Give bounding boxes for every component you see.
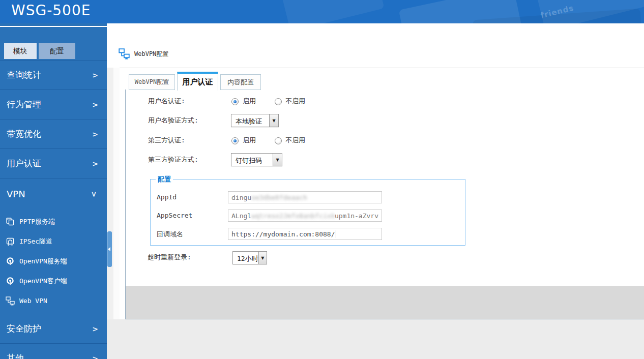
username-method-label: 用户名验证方式: [148,116,198,125]
sidebar-item-other[interactable]: 其他 > [0,343,107,359]
sidebar-item-behavior[interactable]: 行为管理 > [0,89,107,119]
appsecret-redacted-text: wqtreso2Jmfo8anbfcixkLznzbi [251,212,335,220]
config-fieldset-legend: 配置 [156,175,173,184]
appsecret-label: AppSecret [157,212,192,219]
submenu-item-label: OpenVPN客户端 [19,277,67,286]
chevron-right-icon: > [92,160,98,168]
third-method-select[interactable]: 钉钉扫码 ▼ [231,153,282,166]
sidebar-item-openvpn-server[interactable]: OpenVPN服务端 [0,251,107,271]
chevron-right-icon: > [92,325,98,333]
pptp-icon [5,217,15,226]
third-auth-label: 第三方认证: [148,136,185,144]
enable-option-label[interactable]: 启用 [243,97,256,105]
sidebar-item-label: 带宽优化 [7,128,41,140]
sidebar-item-query-stats[interactable]: 查询统计 > [0,60,107,89]
sidebar-collapse-handle[interactable] [107,231,112,267]
sidebar-item-pptp-server[interactable]: PPTP服务端 [0,212,107,231]
sidebar-item-label: 行为管理 [7,99,41,110]
sidebar-item-bandwidth[interactable]: 带宽优化 > [0,119,107,148]
third-auth-enable-radio[interactable] [231,137,239,144]
sidebar-item-openvpn-client[interactable]: OpenVPN客户端 [0,271,107,291]
appsecret-visible-prefix: ALngl [231,212,251,220]
appsecret-visible-suffix: upm1n-aZvrv [335,212,378,220]
username-method-select[interactable]: 本地验证 ▼ [231,114,279,127]
webvpn-icon [5,296,15,306]
sidebar-item-web-vpn[interactable]: Web VPN [0,291,107,311]
sidebar-vpn-submenu: PPTP服务端 IPSec隧道 [0,210,107,314]
config-fieldset: 配置 AppId dinguoe3dbe0fdeaach AppSecret A… [150,179,465,246]
sidebar-tab-modules[interactable]: 模块 [4,43,37,59]
chevron-right-icon: > [92,101,98,109]
sidebar-item-label: VPN [7,189,25,199]
callback-value-text: https://mydomain.com:8088/ [231,230,335,238]
breadcrumb-label: WebVPN配置 [134,50,168,58]
sidebar-tab-config[interactable]: 配置 [39,43,75,59]
appsecret-input[interactable]: ALnglwqtreso2Jmfo8anbfcixkLznzbiupm1n-aZ… [228,210,382,222]
tab-user-auth[interactable]: 用户认证 [177,72,218,91]
username-auth-label: 用户名认证: [148,97,185,105]
sidebar-item-vpn[interactable]: VPN > [0,178,107,210]
content-top-strip [107,23,644,68]
sidebar-item-label: 用户认证 [7,158,41,169]
tab-webvpn-config[interactable]: WebVPN配置 [129,74,175,90]
sidebar-item-ipsec-tunnel[interactable]: IPSec隧道 [0,231,107,251]
page-bottom-background [107,319,644,359]
select-value: 本地验证 [231,114,269,127]
submenu-item-label: PPTP服务端 [19,217,55,226]
third-method-label: 第三方验证方式: [148,156,198,164]
sidebar-divider [0,26,107,27]
username-auth-disable-radio[interactable] [275,98,282,105]
content-gutter-strip [113,68,120,319]
chevron-down-icon: > [90,191,98,197]
panel-left-border [125,89,126,319]
ipsec-icon [5,237,15,246]
submenu-item-label: Web VPN [19,297,47,305]
submenu-item-label: OpenVPN服务端 [19,257,67,266]
enable-option-label[interactable]: 启用 [243,136,256,144]
dropdown-arrow-icon[interactable]: ▼ [258,252,267,264]
sidebar-item-security[interactable]: 安全防护 > [0,314,107,343]
sidebar-item-label: 安全防护 [7,323,41,335]
submenu-item-label: IPSec隧道 [19,237,52,246]
appid-visible-text: dingu [231,194,251,201]
select-value: 钉钉扫码 [231,154,273,166]
chevron-right-icon: > [92,354,98,359]
callback-label: 回调域名 [157,230,183,239]
dropdown-arrow-icon[interactable]: ▼ [269,114,278,127]
dropdown-arrow-icon[interactable]: ▼ [273,154,282,166]
keyboard-art [282,0,384,23]
chevron-right-icon: > [92,71,98,79]
appid-redacted-text: oe3dbe0fdeaach [251,194,307,201]
chevron-right-icon: > [92,130,98,138]
panel-footer-bar [126,286,644,319]
timeout-select[interactable]: 12小时 ▼ [232,251,267,264]
appid-input[interactable]: dinguoe3dbe0fdeaach [228,191,382,203]
disable-option-label[interactable]: 不启用 [285,136,305,144]
callback-input[interactable]: https://mydomain.com:8088/ [228,228,382,240]
select-value: 12小时 [233,252,258,264]
tab-content-config[interactable]: 内容配置 [220,74,261,90]
openvpn-icon [5,277,15,286]
third-auth-disable-radio[interactable] [275,137,282,144]
sitemap-icon [119,48,130,59]
text-caret [336,230,336,238]
timeout-label: 超时重新登录: [148,253,191,261]
sidebar-menu: 查询统计 > 行为管理 > 带宽优化 > 用户认证 > VPN > [0,60,107,359]
openvpn-icon [5,257,15,266]
disable-option-label[interactable]: 不启用 [285,97,305,105]
username-auth-enable-radio[interactable] [231,98,239,105]
sidebar-item-user-auth[interactable]: 用户认证 > [0,148,107,178]
sidebar-item-label: 其他 [7,352,24,359]
sidebar-tab-strip: 模块 配置 [4,43,75,59]
app-logo: WSG-500E [11,2,91,19]
sidebar: 模块 配置 查询统计 > 行为管理 > 带宽优化 > 用户认证 > VPN > [0,23,107,359]
app-header: friends WSG-500E [0,0,644,23]
appid-label: AppId [157,193,177,201]
sidebar-item-label: 查询统计 [7,69,41,81]
breadcrumb: WebVPN配置 [119,48,168,59]
